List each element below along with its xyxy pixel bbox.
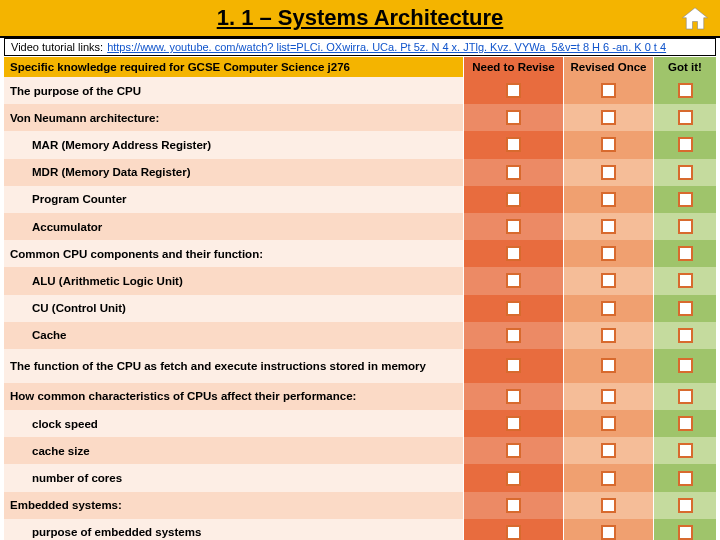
cell-once bbox=[564, 410, 654, 437]
table-row: Cache bbox=[4, 322, 716, 349]
row-label: clock speed bbox=[4, 410, 464, 437]
checkbox-once[interactable] bbox=[601, 416, 616, 431]
table-row: The function of the CPU as fetch and exe… bbox=[4, 349, 716, 383]
checkbox-got[interactable] bbox=[678, 165, 693, 180]
checkbox-revise[interactable] bbox=[506, 165, 521, 180]
checkbox-once[interactable] bbox=[601, 498, 616, 513]
checkbox-revise[interactable] bbox=[506, 328, 521, 343]
links-label: Video tutorial links: bbox=[11, 41, 103, 53]
checkbox-once[interactable] bbox=[601, 471, 616, 486]
checkbox-got[interactable] bbox=[678, 416, 693, 431]
checkbox-revise[interactable] bbox=[506, 192, 521, 207]
checkbox-once[interactable] bbox=[601, 358, 616, 373]
checkbox-revise[interactable] bbox=[506, 525, 521, 540]
cell-revise bbox=[464, 322, 564, 349]
cell-got bbox=[654, 295, 716, 322]
checkbox-once[interactable] bbox=[601, 328, 616, 343]
checkbox-revise[interactable] bbox=[506, 498, 521, 513]
checkbox-revise[interactable] bbox=[506, 471, 521, 486]
row-label: Common CPU components and their function… bbox=[4, 240, 464, 267]
checkbox-once[interactable] bbox=[601, 192, 616, 207]
cell-revise bbox=[464, 267, 564, 294]
cell-once bbox=[564, 437, 654, 464]
video-link[interactable]: https://www. youtube. com/watch? list=PL… bbox=[107, 41, 666, 53]
cell-once bbox=[564, 131, 654, 158]
checkbox-once[interactable] bbox=[601, 246, 616, 261]
cell-got bbox=[654, 77, 716, 104]
cell-once bbox=[564, 322, 654, 349]
checkbox-revise[interactable] bbox=[506, 389, 521, 404]
table-row: purpose of embedded systems bbox=[4, 519, 716, 540]
checkbox-once[interactable] bbox=[601, 443, 616, 458]
checkbox-revise[interactable] bbox=[506, 358, 521, 373]
checkbox-once[interactable] bbox=[601, 219, 616, 234]
header-knowledge: Specific knowledge required for GCSE Com… bbox=[4, 57, 464, 77]
checkbox-got[interactable] bbox=[678, 358, 693, 373]
checkbox-got[interactable] bbox=[678, 192, 693, 207]
cell-revise bbox=[464, 383, 564, 410]
row-label: The function of the CPU as fetch and exe… bbox=[4, 349, 464, 383]
checkbox-got[interactable] bbox=[678, 525, 693, 540]
checkbox-once[interactable] bbox=[601, 137, 616, 152]
title-bar: 1. 1 – Systems Architecture bbox=[0, 0, 720, 38]
row-label: Von Neumann architecture: bbox=[4, 104, 464, 131]
table-row: number of cores bbox=[4, 464, 716, 491]
checkbox-got[interactable] bbox=[678, 137, 693, 152]
checkbox-got[interactable] bbox=[678, 83, 693, 98]
checkbox-revise[interactable] bbox=[506, 110, 521, 125]
checkbox-once[interactable] bbox=[601, 389, 616, 404]
cell-got bbox=[654, 131, 716, 158]
cell-revise bbox=[464, 464, 564, 491]
cell-once bbox=[564, 213, 654, 240]
checkbox-revise[interactable] bbox=[506, 416, 521, 431]
checkbox-got[interactable] bbox=[678, 219, 693, 234]
checkbox-revise[interactable] bbox=[506, 246, 521, 261]
checkbox-once[interactable] bbox=[601, 83, 616, 98]
checkbox-got[interactable] bbox=[678, 471, 693, 486]
row-label: number of cores bbox=[4, 464, 464, 491]
checkbox-once[interactable] bbox=[601, 301, 616, 316]
cell-revise bbox=[464, 131, 564, 158]
checkbox-revise[interactable] bbox=[506, 301, 521, 316]
cell-once bbox=[564, 492, 654, 519]
cell-revise bbox=[464, 295, 564, 322]
checkbox-got[interactable] bbox=[678, 328, 693, 343]
table-row: ALU (Arithmetic Logic Unit) bbox=[4, 267, 716, 294]
cell-got bbox=[654, 267, 716, 294]
table-row: MDR (Memory Data Register) bbox=[4, 159, 716, 186]
checkbox-revise[interactable] bbox=[506, 219, 521, 234]
checkbox-once[interactable] bbox=[601, 273, 616, 288]
table-row: How common characteristics of CPUs affec… bbox=[4, 383, 716, 410]
row-label: Program Counter bbox=[4, 186, 464, 213]
row-label: CU (Control Unit) bbox=[4, 295, 464, 322]
table-row: Accumulator bbox=[4, 213, 716, 240]
row-label: Embedded systems: bbox=[4, 492, 464, 519]
checkbox-got[interactable] bbox=[678, 498, 693, 513]
table-row: Common CPU components and their function… bbox=[4, 240, 716, 267]
checkbox-got[interactable] bbox=[678, 246, 693, 261]
cell-got bbox=[654, 240, 716, 267]
checkbox-once[interactable] bbox=[601, 525, 616, 540]
checkbox-revise[interactable] bbox=[506, 273, 521, 288]
home-icon[interactable] bbox=[680, 4, 710, 38]
cell-once bbox=[564, 295, 654, 322]
cell-got bbox=[654, 186, 716, 213]
checkbox-revise[interactable] bbox=[506, 443, 521, 458]
checkbox-got[interactable] bbox=[678, 301, 693, 316]
checkbox-got[interactable] bbox=[678, 110, 693, 125]
header-once: Revised Once bbox=[564, 57, 654, 77]
checkbox-got[interactable] bbox=[678, 389, 693, 404]
checkbox-got[interactable] bbox=[678, 273, 693, 288]
table-row: Embedded systems: bbox=[4, 492, 716, 519]
header-got: Got it! bbox=[654, 57, 716, 77]
checkbox-once[interactable] bbox=[601, 165, 616, 180]
cell-got bbox=[654, 349, 716, 383]
checkbox-revise[interactable] bbox=[506, 83, 521, 98]
checkbox-revise[interactable] bbox=[506, 137, 521, 152]
table-header: Specific knowledge required for GCSE Com… bbox=[4, 57, 716, 77]
checkbox-got[interactable] bbox=[678, 443, 693, 458]
table-row: Program Counter bbox=[4, 186, 716, 213]
table-row: The purpose of the CPU bbox=[4, 77, 716, 104]
checkbox-once[interactable] bbox=[601, 110, 616, 125]
row-label: How common characteristics of CPUs affec… bbox=[4, 383, 464, 410]
